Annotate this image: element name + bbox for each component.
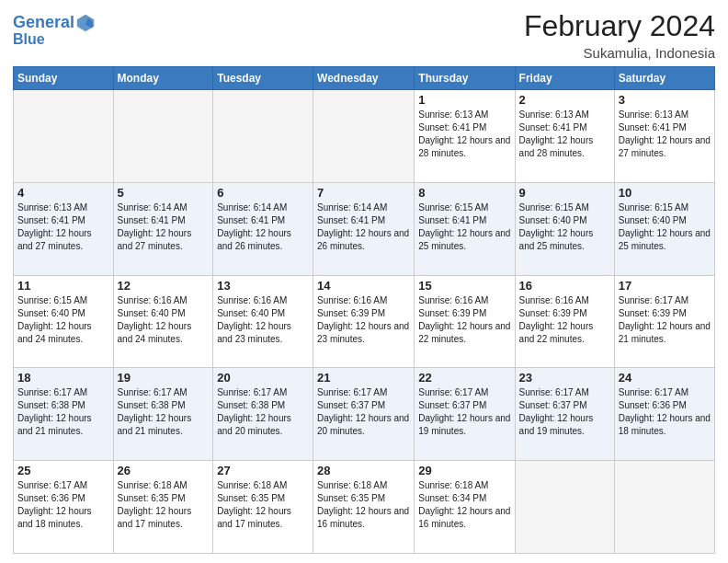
day-info: Sunrise: 6:18 AMSunset: 6:34 PMDaylight:… bbox=[418, 479, 510, 531]
day-number: 7 bbox=[317, 186, 410, 200]
logo-text2: Blue bbox=[13, 31, 96, 48]
calendar-cell: 28Sunrise: 6:18 AMSunset: 6:35 PMDayligh… bbox=[313, 461, 415, 554]
day-info: Sunrise: 6:15 AMSunset: 6:40 PMDaylight:… bbox=[17, 294, 109, 346]
day-number: 10 bbox=[619, 186, 711, 200]
day-info: Sunrise: 6:17 AMSunset: 6:39 PMDaylight:… bbox=[619, 294, 711, 346]
day-info: Sunrise: 6:18 AMSunset: 6:35 PMDaylight:… bbox=[118, 479, 210, 531]
header: General Blue February 2024 Sukamulia, In… bbox=[13, 9, 715, 61]
day-number: 17 bbox=[619, 279, 711, 293]
day-number: 3 bbox=[619, 93, 711, 107]
day-number: 4 bbox=[17, 186, 109, 200]
calendar-cell: 5Sunrise: 6:14 AMSunset: 6:41 PMDaylight… bbox=[113, 182, 213, 275]
week-row-5: 25Sunrise: 6:17 AMSunset: 6:36 PMDayligh… bbox=[14, 461, 715, 554]
logo-text: General bbox=[13, 14, 74, 32]
week-row-4: 18Sunrise: 6:17 AMSunset: 6:38 PMDayligh… bbox=[14, 368, 715, 461]
weekday-header-wednesday: Wednesday bbox=[313, 67, 415, 90]
calendar-cell: 11Sunrise: 6:15 AMSunset: 6:40 PMDayligh… bbox=[14, 275, 114, 368]
day-number: 14 bbox=[317, 279, 410, 293]
day-number: 18 bbox=[17, 371, 109, 385]
day-number: 26 bbox=[118, 464, 210, 477]
calendar-cell: 4Sunrise: 6:13 AMSunset: 6:41 PMDaylight… bbox=[14, 182, 114, 275]
title-block: February 2024 Sukamulia, Indonesia bbox=[524, 9, 715, 61]
day-number: 9 bbox=[519, 186, 610, 200]
day-number: 15 bbox=[418, 279, 510, 293]
day-info: Sunrise: 6:16 AMSunset: 6:39 PMDaylight:… bbox=[418, 294, 510, 346]
calendar-cell: 18Sunrise: 6:17 AMSunset: 6:38 PMDayligh… bbox=[14, 368, 114, 461]
calendar-cell bbox=[14, 90, 114, 183]
calendar: SundayMondayTuesdayWednesdayThursdayFrid… bbox=[13, 66, 715, 554]
calendar-cell bbox=[515, 461, 614, 554]
calendar-cell bbox=[113, 90, 213, 183]
logo-icon bbox=[75, 13, 96, 33]
day-number: 2 bbox=[519, 93, 610, 107]
day-number: 12 bbox=[118, 279, 210, 293]
calendar-cell: 1Sunrise: 6:13 AMSunset: 6:41 PMDaylight… bbox=[415, 90, 515, 183]
day-number: 20 bbox=[217, 371, 309, 385]
day-info: Sunrise: 6:14 AMSunset: 6:41 PMDaylight:… bbox=[118, 201, 210, 253]
calendar-cell: 17Sunrise: 6:17 AMSunset: 6:39 PMDayligh… bbox=[614, 275, 714, 368]
day-number: 24 bbox=[619, 371, 711, 385]
calendar-cell bbox=[213, 90, 313, 183]
day-info: Sunrise: 6:14 AMSunset: 6:41 PMDaylight:… bbox=[217, 201, 309, 253]
calendar-cell: 27Sunrise: 6:18 AMSunset: 6:35 PMDayligh… bbox=[213, 461, 313, 554]
day-info: Sunrise: 6:15 AMSunset: 6:41 PMDaylight:… bbox=[418, 201, 510, 253]
day-number: 22 bbox=[418, 371, 510, 385]
day-info: Sunrise: 6:17 AMSunset: 6:37 PMDaylight:… bbox=[519, 386, 610, 438]
calendar-cell: 14Sunrise: 6:16 AMSunset: 6:39 PMDayligh… bbox=[313, 275, 415, 368]
calendar-cell: 9Sunrise: 6:15 AMSunset: 6:40 PMDaylight… bbox=[515, 182, 614, 275]
calendar-cell: 21Sunrise: 6:17 AMSunset: 6:37 PMDayligh… bbox=[313, 368, 415, 461]
calendar-cell: 19Sunrise: 6:17 AMSunset: 6:38 PMDayligh… bbox=[113, 368, 213, 461]
calendar-cell: 29Sunrise: 6:18 AMSunset: 6:34 PMDayligh… bbox=[415, 461, 515, 554]
calendar-cell: 7Sunrise: 6:14 AMSunset: 6:41 PMDaylight… bbox=[313, 182, 415, 275]
weekday-header-row: SundayMondayTuesdayWednesdayThursdayFrid… bbox=[14, 67, 715, 90]
page: General Blue February 2024 Sukamulia, In… bbox=[0, 0, 728, 563]
day-number: 6 bbox=[217, 186, 309, 200]
day-info: Sunrise: 6:17 AMSunset: 6:38 PMDaylight:… bbox=[17, 386, 109, 438]
day-info: Sunrise: 6:13 AMSunset: 6:41 PMDaylight:… bbox=[619, 109, 711, 160]
day-number: 28 bbox=[317, 464, 410, 477]
calendar-cell bbox=[313, 90, 415, 183]
day-info: Sunrise: 6:14 AMSunset: 6:41 PMDaylight:… bbox=[317, 201, 410, 253]
calendar-cell: 16Sunrise: 6:16 AMSunset: 6:39 PMDayligh… bbox=[515, 275, 614, 368]
calendar-cell: 23Sunrise: 6:17 AMSunset: 6:37 PMDayligh… bbox=[515, 368, 614, 461]
day-info: Sunrise: 6:17 AMSunset: 6:37 PMDaylight:… bbox=[317, 386, 410, 438]
day-info: Sunrise: 6:17 AMSunset: 6:36 PMDaylight:… bbox=[619, 386, 711, 438]
calendar-cell: 20Sunrise: 6:17 AMSunset: 6:38 PMDayligh… bbox=[213, 368, 313, 461]
subtitle: Sukamulia, Indonesia bbox=[524, 45, 715, 61]
day-info: Sunrise: 6:17 AMSunset: 6:36 PMDaylight:… bbox=[17, 479, 109, 531]
week-row-1: 1Sunrise: 6:13 AMSunset: 6:41 PMDaylight… bbox=[14, 90, 715, 183]
day-info: Sunrise: 6:18 AMSunset: 6:35 PMDaylight:… bbox=[217, 479, 309, 531]
weekday-header-sunday: Sunday bbox=[14, 67, 114, 90]
weekday-header-monday: Monday bbox=[113, 67, 213, 90]
day-number: 16 bbox=[519, 279, 610, 293]
day-number: 8 bbox=[418, 186, 510, 200]
day-info: Sunrise: 6:17 AMSunset: 6:38 PMDaylight:… bbox=[118, 386, 210, 438]
calendar-cell: 10Sunrise: 6:15 AMSunset: 6:40 PMDayligh… bbox=[614, 182, 714, 275]
day-number: 25 bbox=[17, 464, 109, 477]
day-info: Sunrise: 6:13 AMSunset: 6:41 PMDaylight:… bbox=[17, 201, 109, 253]
day-number: 21 bbox=[317, 371, 410, 385]
day-info: Sunrise: 6:17 AMSunset: 6:37 PMDaylight:… bbox=[418, 386, 510, 438]
day-info: Sunrise: 6:18 AMSunset: 6:35 PMDaylight:… bbox=[317, 479, 410, 531]
week-row-3: 11Sunrise: 6:15 AMSunset: 6:40 PMDayligh… bbox=[14, 275, 715, 368]
day-number: 19 bbox=[118, 371, 210, 385]
logo: General Blue bbox=[13, 13, 96, 48]
day-number: 11 bbox=[17, 279, 109, 293]
day-number: 5 bbox=[118, 186, 210, 200]
calendar-cell bbox=[614, 461, 714, 554]
calendar-cell: 15Sunrise: 6:16 AMSunset: 6:39 PMDayligh… bbox=[415, 275, 515, 368]
weekday-header-thursday: Thursday bbox=[415, 67, 515, 90]
calendar-cell: 6Sunrise: 6:14 AMSunset: 6:41 PMDaylight… bbox=[213, 182, 313, 275]
day-number: 1 bbox=[418, 93, 510, 107]
day-info: Sunrise: 6:16 AMSunset: 6:39 PMDaylight:… bbox=[317, 294, 410, 346]
day-info: Sunrise: 6:15 AMSunset: 6:40 PMDaylight:… bbox=[619, 201, 711, 253]
day-info: Sunrise: 6:16 AMSunset: 6:40 PMDaylight:… bbox=[217, 294, 309, 346]
weekday-header-friday: Friday bbox=[515, 67, 614, 90]
day-info: Sunrise: 6:13 AMSunset: 6:41 PMDaylight:… bbox=[519, 109, 610, 160]
day-number: 13 bbox=[217, 279, 309, 293]
day-info: Sunrise: 6:16 AMSunset: 6:39 PMDaylight:… bbox=[519, 294, 610, 346]
calendar-cell: 3Sunrise: 6:13 AMSunset: 6:41 PMDaylight… bbox=[614, 90, 714, 183]
weekday-header-tuesday: Tuesday bbox=[213, 67, 313, 90]
calendar-cell: 8Sunrise: 6:15 AMSunset: 6:41 PMDaylight… bbox=[415, 182, 515, 275]
calendar-cell: 24Sunrise: 6:17 AMSunset: 6:36 PMDayligh… bbox=[614, 368, 714, 461]
